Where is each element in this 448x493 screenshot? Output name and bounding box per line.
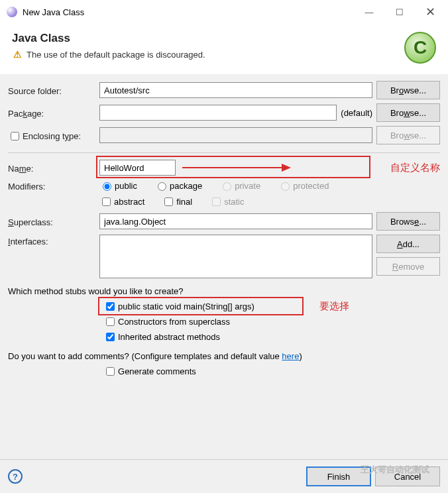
modifiers-label: Modifiers: bbox=[8, 180, 99, 192]
interfaces-list[interactable] bbox=[99, 235, 372, 278]
checkbox-constructors[interactable] bbox=[106, 317, 115, 326]
enclosing-type-input bbox=[99, 127, 372, 143]
annotation-name-note: 自定义名称 bbox=[390, 162, 440, 174]
warning-text: The use of the default package is discou… bbox=[27, 50, 205, 60]
minimize-button[interactable]: — bbox=[354, 2, 384, 22]
watermark: 王大哥自动化测试 bbox=[361, 464, 429, 476]
help-icon[interactable]: ? bbox=[8, 469, 23, 484]
package-input[interactable] bbox=[99, 105, 337, 121]
page-title: Java Class bbox=[12, 32, 404, 45]
checkbox-main-method[interactable] bbox=[106, 302, 115, 311]
stubs-question: Which method stubs would you like to cre… bbox=[8, 286, 440, 296]
window-title: New Java Class bbox=[23, 7, 354, 17]
name-label: Name: bbox=[8, 162, 99, 174]
main-method-label: public static void main(String[] args) bbox=[118, 301, 254, 311]
superclass-label: Superclass: bbox=[8, 215, 99, 227]
footer: ? Finish Cancel 王大哥自动化测试 bbox=[0, 459, 448, 493]
arrow-icon bbox=[182, 164, 378, 172]
browse-package-button[interactable]: Browse... bbox=[376, 103, 440, 122]
browse-source-button[interactable]: Browse... bbox=[376, 81, 440, 99]
checkbox-generate-comments[interactable] bbox=[106, 367, 115, 376]
warning-icon: ⚠ bbox=[12, 49, 23, 60]
constructors-label: Constructors from superclass bbox=[118, 317, 230, 327]
remove-interface-button: Remove bbox=[376, 257, 440, 276]
eclipse-icon bbox=[7, 7, 17, 17]
default-indicator: (default) bbox=[341, 108, 372, 118]
here-link[interactable]: here bbox=[282, 351, 299, 361]
browse-superclass-button[interactable]: Browse... bbox=[376, 212, 440, 231]
enclosing-type-label: Enclosing type: bbox=[8, 128, 99, 142]
maximize-button[interactable]: ☐ bbox=[384, 2, 415, 22]
separator bbox=[8, 152, 440, 153]
checkbox-final[interactable]: final bbox=[162, 195, 192, 208]
radio-public[interactable]: public bbox=[99, 180, 137, 191]
close-button[interactable]: ✕ bbox=[415, 2, 445, 22]
comments-question: Do you want to add comments? (Configure … bbox=[8, 351, 440, 361]
superclass-input[interactable] bbox=[99, 213, 372, 229]
source-folder-label: Source folder: bbox=[8, 84, 99, 96]
titlebar: New Java Class — ☐ ✕ bbox=[0, 0, 448, 24]
generate-comments-label: Generate comments bbox=[118, 366, 196, 376]
checkbox-inherited[interactable] bbox=[106, 333, 115, 341]
browse-enclosing-button: Browse... bbox=[376, 126, 440, 144]
class-icon: C bbox=[404, 32, 436, 64]
add-interface-button[interactable]: Add... bbox=[376, 235, 440, 253]
header: Java Class ⚠ The use of the default pack… bbox=[0, 24, 448, 74]
inherited-label: Inherited abstract methods bbox=[118, 332, 220, 342]
source-folder-input[interactable] bbox=[99, 82, 372, 98]
package-label: Package: bbox=[8, 107, 99, 119]
radio-private: private bbox=[219, 180, 260, 191]
radio-protected: protected bbox=[278, 180, 329, 191]
checkbox-abstract[interactable]: abstract bbox=[99, 195, 144, 208]
checkbox-static: static bbox=[209, 195, 244, 208]
warning-row: ⚠ The use of the default package is disc… bbox=[12, 49, 404, 60]
body: Source folder: Browse... Package: (defau… bbox=[0, 74, 448, 459]
interfaces-label: Interfaces: bbox=[8, 235, 99, 246]
enclosing-type-checkbox[interactable] bbox=[11, 132, 19, 140]
name-input[interactable] bbox=[99, 160, 176, 176]
annotation-stub-note: 要选择 bbox=[319, 300, 349, 313]
radio-package[interactable]: package bbox=[154, 180, 202, 191]
